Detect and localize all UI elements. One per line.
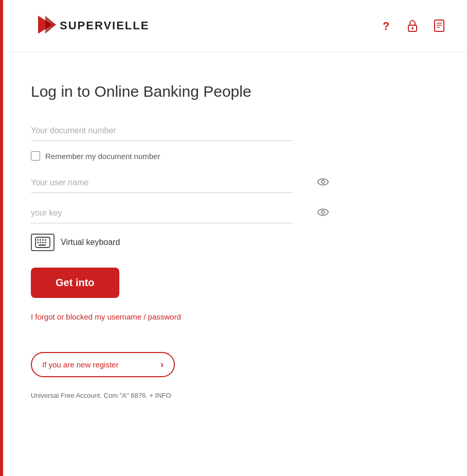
svg-rect-16 bbox=[40, 239, 41, 241]
register-btn-label: If you are new register bbox=[42, 360, 118, 369]
key-field-group bbox=[31, 203, 329, 223]
remember-group: Remember my document number bbox=[31, 151, 329, 161]
key-eye-icon[interactable] bbox=[317, 206, 329, 221]
svg-rect-18 bbox=[45, 239, 46, 241]
svg-rect-22 bbox=[45, 242, 46, 243]
svg-rect-6 bbox=[435, 20, 444, 31]
remember-label: Remember my document number bbox=[45, 152, 160, 161]
help-icon[interactable]: ? bbox=[379, 19, 393, 33]
username-eye-icon[interactable] bbox=[317, 175, 329, 190]
svg-rect-15 bbox=[37, 239, 39, 241]
lock-icon[interactable] bbox=[405, 19, 420, 33]
forgot-link[interactable]: I forgot or blocked my username / passwo… bbox=[31, 312, 329, 321]
virtual-keyboard-toggle[interactable]: Virtual keyboard bbox=[31, 234, 329, 251]
svg-point-13 bbox=[321, 210, 325, 214]
page-title: Log in to Online Banking People bbox=[31, 83, 329, 100]
virtual-keyboard-label: Virtual keyboard bbox=[61, 238, 120, 247]
register-button[interactable]: If you are new register › bbox=[31, 352, 175, 377]
logo-text: SUPERVIELLE bbox=[60, 19, 149, 32]
left-accent-bar bbox=[0, 0, 3, 476]
register-btn-arrow-icon: › bbox=[160, 359, 164, 370]
svg-point-12 bbox=[318, 209, 328, 215]
key-input[interactable] bbox=[31, 203, 293, 223]
svg-rect-17 bbox=[42, 239, 44, 241]
svg-rect-21 bbox=[42, 242, 44, 243]
document-field-group bbox=[31, 121, 329, 141]
username-field-group bbox=[31, 173, 329, 193]
logo-area: SUPERVIELLE bbox=[31, 10, 149, 41]
svg-point-11 bbox=[321, 180, 325, 183]
get-into-btn-wrapper: Get into bbox=[31, 268, 329, 312]
svg-rect-19 bbox=[37, 242, 39, 243]
get-into-button[interactable]: Get into bbox=[31, 268, 119, 298]
main-content: Log in to Online Banking People Remember… bbox=[0, 52, 360, 420]
document-input[interactable] bbox=[31, 121, 293, 141]
logo-icon bbox=[31, 10, 60, 41]
header-icons: ? bbox=[379, 19, 446, 33]
svg-rect-23 bbox=[39, 244, 46, 246]
svg-point-5 bbox=[411, 27, 414, 29]
document-icon[interactable] bbox=[432, 19, 446, 33]
svg-text:?: ? bbox=[383, 20, 389, 32]
register-btn-wrapper: If you are new register › bbox=[31, 352, 329, 392]
username-input[interactable] bbox=[31, 173, 293, 193]
svg-point-10 bbox=[318, 179, 328, 185]
footer-text: Universal Free Account. Com "A" 6876. + … bbox=[31, 392, 329, 399]
header: SUPERVIELLE ? bbox=[0, 0, 467, 52]
keyboard-icon bbox=[31, 234, 55, 251]
remember-checkbox[interactable] bbox=[31, 151, 40, 161]
svg-rect-20 bbox=[40, 242, 41, 243]
